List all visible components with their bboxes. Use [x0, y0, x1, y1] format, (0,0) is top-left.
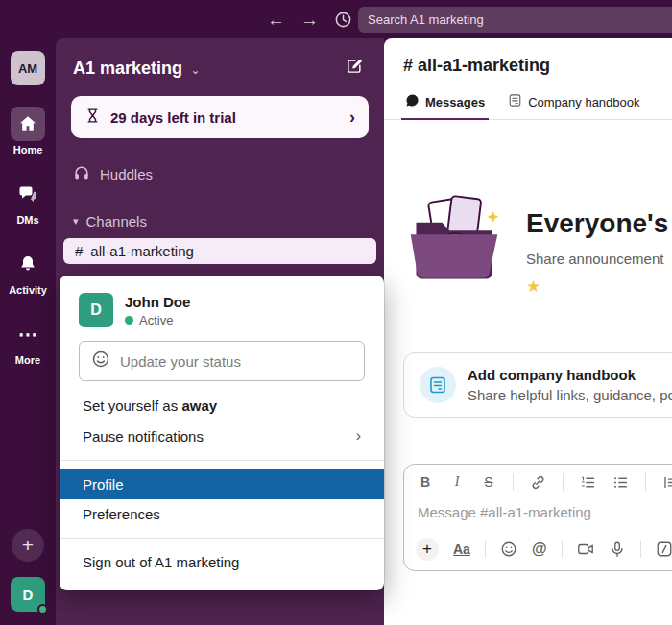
update-status-input[interactable]: Update your status [79, 341, 365, 381]
user-menu-avatar: D [79, 293, 113, 327]
chevron-right-icon: › [349, 108, 355, 128]
create-new-button[interactable]: + [12, 529, 44, 562]
channels-section-header[interactable]: ▾ Channels [56, 208, 384, 234]
channel-name: all-a1-marketing [90, 243, 194, 259]
home-icon [11, 107, 45, 141]
search-input[interactable]: Search A1 marketing [358, 7, 672, 33]
rail-item-label: Activity [9, 284, 47, 296]
user-account-menu: D John Doe Active Update your status Set… [60, 276, 384, 590]
slash-commands-button[interactable] [656, 541, 672, 558]
star-icon: ★ [526, 276, 668, 297]
rail-item-activity[interactable]: Activity [9, 247, 47, 296]
rail-item-label: More [15, 354, 40, 366]
menu-item-pause-notifications[interactable]: Pause notifications › [60, 421, 384, 451]
caret-down-icon: ▾ [73, 215, 79, 228]
rail-item-home[interactable]: Home [11, 107, 45, 156]
user-name: John Doe [125, 294, 190, 310]
rail-item-label: Home [13, 144, 43, 156]
compose-pencil-icon [346, 58, 363, 79]
rail-item-more[interactable]: ⋯ More [11, 317, 45, 366]
italic-button[interactable]: I [449, 474, 465, 490]
workspace-switcher[interactable]: AM [11, 51, 45, 85]
top-bar: ← → Search A1 marketing [0, 0, 672, 38]
channel-intro: # Everyone's Share announcement ★ [403, 191, 672, 297]
history-controls: ← → [267, 0, 352, 38]
history-clock-icon[interactable] [334, 11, 352, 29]
strikethrough-button[interactable]: S [481, 474, 496, 490]
handbook-card-title: Add company handbook [468, 367, 672, 383]
bold-button[interactable]: B [418, 474, 433, 490]
sidebar-item-huddles[interactable]: Huddles [56, 159, 384, 189]
menu-divider [60, 460, 384, 461]
hourglass-icon [84, 108, 110, 128]
message-bubble-icon [405, 93, 420, 110]
dms-icon [11, 177, 45, 211]
toolbar-divider [563, 473, 564, 491]
tab-messages[interactable]: Messages [397, 85, 492, 119]
submenu-chevron-icon: › [356, 427, 361, 445]
channel-item-all-a1-marketing[interactable]: # all-a1-marketing [63, 238, 376, 264]
audio-mic-button[interactable] [609, 541, 626, 558]
message-input[interactable]: Message #all-a1-marketing [404, 494, 672, 532]
workspace-rail: AM Home DMs Activity ⋯ More + D [0, 38, 56, 625]
set-away-label: Set yourself as away [83, 397, 217, 414]
smiley-icon [91, 349, 110, 373]
channel-title[interactable]: # all-a1-marketing [384, 38, 672, 85]
toolbar-divider [640, 541, 641, 558]
back-button[interactable]: ← [267, 11, 285, 29]
link-button[interactable] [530, 474, 546, 491]
toolbar-divider [513, 473, 514, 491]
main-pane: # all-a1-marketing Messages Company hand… [384, 38, 672, 625]
message-composer[interactable]: B I S Message #all-a1-marke [403, 464, 672, 571]
status-placeholder: Update your status [120, 353, 241, 370]
user-avatar-initial: D [23, 587, 34, 603]
active-presence-dot [125, 316, 133, 325]
presence-status: Active [125, 313, 190, 327]
folder-illustration: # [403, 191, 505, 287]
chevron-down-icon: ⌄ [191, 63, 201, 77]
presence-label: Active [139, 313, 173, 327]
handbook-card-text: Add company handbook Share helpful links… [468, 367, 672, 403]
workspace-menu-button[interactable]: A1 marketing ⌄ [73, 59, 201, 79]
handbook-canvas-icon [420, 367, 456, 403]
pause-notifications-label: Pause notifications [83, 428, 356, 445]
video-button[interactable] [577, 541, 594, 558]
workspace-name: A1 marketing [73, 59, 182, 78]
mention-button[interactable]: @ [532, 541, 547, 558]
sidebar-item-label: Huddles [100, 166, 153, 182]
tab-label: Company handbook [528, 95, 639, 109]
rail-item-dms[interactable]: DMs [11, 177, 45, 226]
new-message-button[interactable] [340, 54, 369, 83]
menu-item-sign-out[interactable]: Sign out of A1 marketing [60, 547, 384, 577]
headphones-icon [73, 164, 90, 184]
composer-actions: + Aa @ [404, 532, 672, 570]
menu-item-preferences[interactable]: Preferences [60, 499, 384, 529]
formatting-toolbar: B I S [404, 465, 672, 494]
menu-item-set-away[interactable]: Set yourself as away [60, 391, 384, 421]
handbook-card-subtitle: Share helpful links, guidance, pol [468, 387, 672, 403]
user-menu-header: D John Doe Active [60, 293, 384, 327]
add-handbook-card[interactable]: Add company handbook Share helpful links… [403, 352, 672, 418]
more-ellipsis-icon: ⋯ [11, 317, 45, 351]
hash-icon: # [75, 243, 83, 259]
forward-button[interactable]: → [300, 11, 319, 29]
toolbar-divider [485, 541, 486, 558]
intro-text: Everyone's Share announcement ★ [526, 191, 668, 297]
emoji-button[interactable] [500, 541, 517, 558]
trial-banner[interactable]: 29 days left in trial › [71, 96, 369, 138]
toolbar-divider [645, 473, 646, 491]
toolbar-divider [562, 541, 563, 558]
tab-label: Messages [425, 95, 485, 109]
trial-banner-label: 29 days left in trial [110, 109, 349, 126]
channel-tabs: Messages Company handbook [384, 85, 672, 120]
bullet-list-button[interactable] [612, 474, 629, 491]
ordered-list-button[interactable] [580, 474, 596, 491]
menu-divider [60, 538, 384, 539]
menu-item-profile[interactable]: Profile [60, 469, 384, 499]
tab-company-handbook[interactable]: Company handbook [500, 85, 647, 119]
activity-bell-icon [11, 247, 45, 281]
user-avatar[interactable]: D [11, 577, 45, 612]
formatting-toggle-button[interactable]: Aa [453, 541, 470, 557]
attach-plus-button[interactable]: + [416, 538, 439, 561]
blockquote-button[interactable] [662, 474, 672, 491]
